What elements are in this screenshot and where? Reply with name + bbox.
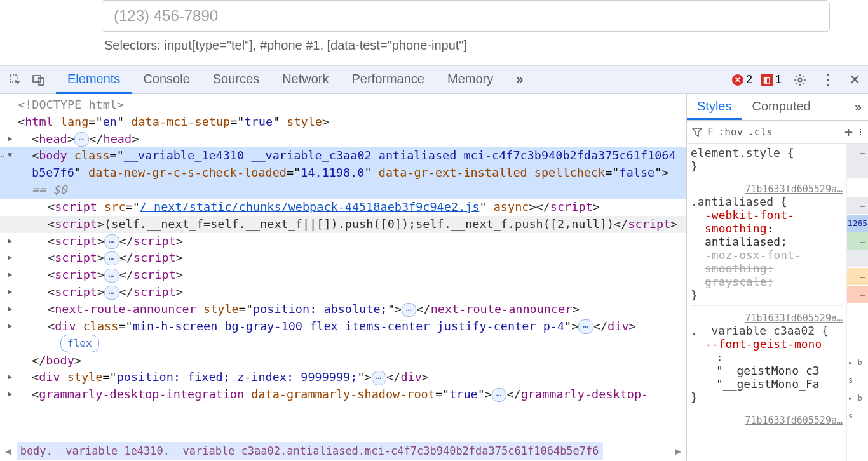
expand-pill-icon[interactable]: ⋯ <box>402 303 416 317</box>
expand-pill-icon[interactable]: ⋯ <box>372 371 386 385</box>
phone-input[interactable] <box>114 7 818 25</box>
styles-more-icon[interactable]: ⫶ <box>858 126 863 138</box>
expand-triangle-icon[interactable] <box>8 286 12 297</box>
dom-script-collapsed[interactable]: <script>⋯</script> <box>0 284 686 301</box>
dom-div-fixed[interactable]: <div style="position: fixed; z-index: 99… <box>0 369 686 386</box>
close-devtools-icon[interactable]: ✕ <box>846 72 863 88</box>
rule-source-link[interactable]: 71b1633fd605529a… <box>691 312 843 324</box>
cls-toggle[interactable]: .cls <box>748 126 773 138</box>
coverage-swatch: – <box>847 232 868 250</box>
expand-pill-icon[interactable]: ⋯ <box>104 286 119 300</box>
coverage-swatch: – <box>847 197 868 215</box>
breadcrumb-next-icon[interactable]: ▶ <box>675 444 681 458</box>
coverage-swatch <box>847 179 868 197</box>
coverage-swatch: – <box>847 250 868 268</box>
dom-div-app[interactable]: <div class="min-h-screen bg-gray-100 fle… <box>0 318 686 335</box>
dom-grammarly[interactable]: <grammarly-desktop-integration data-gram… <box>0 386 686 403</box>
expand-pill-icon[interactable]: ⋯ <box>74 132 89 146</box>
breadcrumb-item[interactable]: body.__variable_1e4310.__variable_c3aa02… <box>17 442 603 460</box>
hov-toggle[interactable]: :hov <box>719 126 743 138</box>
dom-script-collapsed[interactable]: <script>⋯</script> <box>0 250 686 267</box>
tab-sources[interactable]: Sources <box>201 66 271 94</box>
dom-html-open[interactable]: <html lang="en" data-mci-setup="true" st… <box>0 114 686 131</box>
tab-elements[interactable]: Elements <box>56 66 132 94</box>
coverage-swatch: 1265 <box>847 215 868 232</box>
error-count: 2 <box>746 73 752 86</box>
expand-pill-icon[interactable]: ⋯ <box>104 251 119 265</box>
expand-triangle-icon[interactable] <box>8 304 12 314</box>
coverage-swatch <box>847 304 868 321</box>
dom-flex-badge[interactable]: flex <box>0 335 686 352</box>
expand-triangle-icon[interactable] <box>8 371 12 382</box>
expand-pill-icon[interactable]: ⋯ <box>104 269 119 283</box>
coverage-swatch: – <box>847 286 868 304</box>
expand-triangle-icon[interactable] <box>8 252 12 263</box>
style-rule-variable[interactable]: 71b1633fd605529a… .__variable_c3aa02 { -… <box>691 312 843 408</box>
expand-triangle-icon[interactable] <box>8 133 12 144</box>
issues-icon: ◧ <box>761 74 773 86</box>
selectors-text: Selectors: input[type="tel"], #phone #1,… <box>102 38 830 53</box>
error-count-badge[interactable]: ✕ 2 <box>732 73 752 86</box>
issues-count-badge[interactable]: ◧ 1 <box>761 73 782 86</box>
breadcrumb: ◀ body.__variable_1e4310.__variable_c3aa… <box>0 441 686 461</box>
expand-triangle-icon[interactable] <box>8 321 12 331</box>
dom-script-src[interactable]: <script src="/_next/static/chunks/webpac… <box>0 199 686 216</box>
coverage-swatch: – <box>847 144 868 161</box>
coverage-swatch: – <box>847 161 868 179</box>
rule-source-link[interactable]: 71b1633fd605529a… <box>691 415 843 426</box>
new-rule-icon[interactable]: + <box>844 124 853 140</box>
svg-rect-1 <box>33 76 41 82</box>
coverage-gutter: – – – 1265 – – – – ▸ b s ▸ b <box>846 144 868 461</box>
inspect-element-icon[interactable] <box>5 70 25 90</box>
coverage-swatch <box>847 321 868 339</box>
rule-source-link[interactable]: 71b1633fd605529a… <box>691 184 843 195</box>
settings-icon[interactable] <box>790 73 810 87</box>
error-icon: ✕ <box>732 74 743 86</box>
styles-tab-computed[interactable]: Computed <box>742 94 820 120</box>
tab-memory[interactable]: Memory <box>436 66 505 94</box>
expand-triangle-icon[interactable] <box>8 236 12 246</box>
dom-body-open[interactable]: ⋯<body class="__variable_1e4310 __variab… <box>0 147 686 198</box>
tab-console[interactable]: Console <box>132 66 201 94</box>
expand-triangle-icon[interactable] <box>8 389 12 399</box>
coverage-swatch: s <box>847 375 868 392</box>
dom-script-inline[interactable]: <script>(self.__next_f=self.__next_f||[]… <box>0 216 686 233</box>
styles-panel: Styles Computed » F :hov .cls + ⫶ <box>686 94 868 461</box>
tab-performance[interactable]: Performance <box>341 66 437 94</box>
expand-pill-icon[interactable]: ⋯ <box>104 234 119 248</box>
dom-head[interactable]: <head>⋯</head> <box>0 131 686 148</box>
filter-icon[interactable] <box>692 127 702 137</box>
expand-triangle-icon[interactable] <box>8 269 12 280</box>
styles-tab-more-icon[interactable]: » <box>848 100 868 114</box>
coverage-swatch: – <box>847 268 868 286</box>
filter-input[interactable]: F <box>707 126 714 138</box>
devtools-tab-bar: Elements Console Sources Network Perform… <box>0 66 868 94</box>
dom-body-close[interactable]: </body> <box>0 352 686 370</box>
device-toolbar-icon[interactable] <box>28 70 48 90</box>
tab-network[interactable]: Network <box>271 66 340 94</box>
style-rule-element[interactable]: element.style { } <box>691 146 843 177</box>
dom-doctype[interactable]: <!DOCTYPE html> <box>0 97 686 114</box>
phone-input-container <box>102 0 830 32</box>
expand-pill-icon[interactable]: ⋯ <box>492 388 506 402</box>
coverage-swatch <box>847 339 868 357</box>
coverage-swatch: ▸ b <box>847 357 868 375</box>
styles-tab-styles[interactable]: Styles <box>687 94 742 120</box>
tab-more[interactable]: » <box>505 66 534 94</box>
expand-triangle-icon[interactable] <box>8 150 12 161</box>
issues-count: 1 <box>775 73 782 86</box>
dom-tree-panel: <!DOCTYPE html> <html lang="en" data-mci… <box>0 94 686 461</box>
page-preview: Selectors: input[type="tel"], #phone #1,… <box>0 0 868 66</box>
more-menu-icon[interactable]: ⋮ <box>818 72 837 88</box>
dom-script-collapsed[interactable]: <script>⋯</script> <box>0 233 686 250</box>
dom-script-collapsed[interactable]: <script>⋯</script> <box>0 267 686 284</box>
coverage-swatch: s <box>847 410 868 428</box>
style-rule-antialiased[interactable]: 71b1633fd605529a… .antialiased { -webkit… <box>691 184 843 306</box>
expand-pill-icon[interactable]: ⋯ <box>578 319 593 333</box>
svg-point-3 <box>798 78 802 82</box>
breadcrumb-prev-icon[interactable]: ◀ <box>5 444 11 458</box>
dom-next-route-announcer[interactable]: <next-route-announcer style="position: a… <box>0 301 686 318</box>
coverage-swatch: ▸ b <box>847 392 868 410</box>
